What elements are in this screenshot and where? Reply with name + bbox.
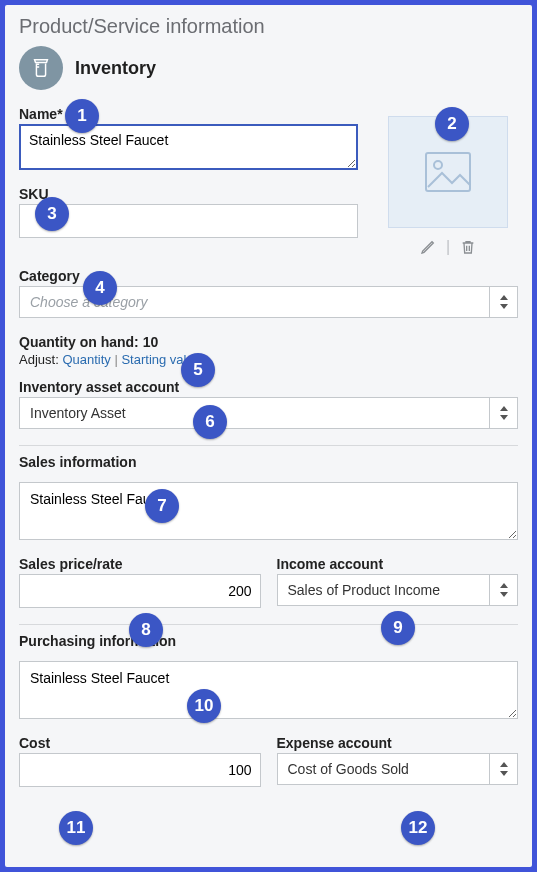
sales-section-label: Sales information — [19, 454, 518, 470]
income-account-label: Income account — [277, 556, 519, 572]
panel-title: Product/Service information — [19, 15, 518, 38]
annotation-badge-12: 12 — [401, 811, 435, 845]
annotation-badge-10: 10 — [187, 689, 221, 723]
chevron-updown-icon — [489, 754, 517, 784]
annotation-badge-8: 8 — [129, 613, 163, 647]
trash-icon — [460, 239, 476, 255]
quantity-value: 10 — [143, 334, 159, 350]
chevron-updown-icon — [489, 287, 517, 317]
type-label: Inventory — [75, 58, 156, 79]
divider — [19, 445, 518, 446]
sales-price-label: Sales price/rate — [19, 556, 261, 572]
purchasing-description-input[interactable]: Stainless Steel Faucet — [19, 661, 518, 719]
pencil-icon — [420, 239, 436, 255]
sales-price-input[interactable] — [19, 574, 261, 608]
svg-rect-0 — [426, 153, 470, 191]
expense-account-value: Cost of Goods Sold — [278, 754, 490, 784]
delete-image-button[interactable] — [460, 239, 476, 255]
income-account-select[interactable]: Sales of Product Income — [277, 574, 519, 606]
sku-input[interactable] — [19, 204, 358, 238]
annotation-badge-6: 6 — [193, 405, 227, 439]
quantity-on-hand: Quantity on hand: 10 — [19, 334, 518, 350]
image-icon — [424, 151, 472, 193]
sku-label: SKU — [19, 186, 358, 202]
annotation-badge-1: 1 — [65, 99, 99, 133]
name-input[interactable]: Stainless Steel Faucet — [19, 124, 358, 170]
adjust-label: Adjust: — [19, 352, 59, 367]
sales-description-input[interactable]: Stainless Steel Faucet — [19, 482, 518, 540]
purchasing-section-label: Purchasing information — [19, 633, 518, 649]
expense-account-select[interactable]: Cost of Goods Sold — [277, 753, 519, 785]
annotation-badge-5: 5 — [181, 353, 215, 387]
annotation-badge-11: 11 — [59, 811, 93, 845]
annotation-badge-9: 9 — [381, 611, 415, 645]
annotation-badge-4: 4 — [83, 271, 117, 305]
adjust-quantity-link[interactable]: Quantity — [62, 352, 110, 367]
income-account-value: Sales of Product Income — [278, 575, 490, 605]
chevron-updown-icon — [489, 575, 517, 605]
annotation-badge-2: 2 — [435, 107, 469, 141]
divider — [19, 624, 518, 625]
cost-input[interactable] — [19, 753, 261, 787]
edit-image-button[interactable] — [420, 239, 436, 255]
annotation-badge-3: 3 — [35, 197, 69, 231]
product-service-panel: 1 2 3 4 5 6 7 8 9 10 11 12 Product/Servi… — [5, 5, 532, 867]
inventory-icon — [19, 46, 63, 90]
adjust-row: Adjust: Quantity | Starting value — [19, 352, 518, 367]
asset-account-label: Inventory asset account — [19, 379, 518, 395]
quantity-label: Quantity on hand: — [19, 334, 139, 350]
asset-account-value: Inventory Asset — [20, 398, 489, 428]
chevron-updown-icon — [489, 398, 517, 428]
type-header: Inventory — [19, 46, 518, 90]
cost-label: Cost — [19, 735, 261, 751]
svg-point-1 — [434, 161, 442, 169]
annotation-badge-7: 7 — [145, 489, 179, 523]
asset-account-select[interactable]: Inventory Asset — [19, 397, 518, 429]
divider: | — [446, 238, 450, 256]
expense-account-label: Expense account — [277, 735, 519, 751]
